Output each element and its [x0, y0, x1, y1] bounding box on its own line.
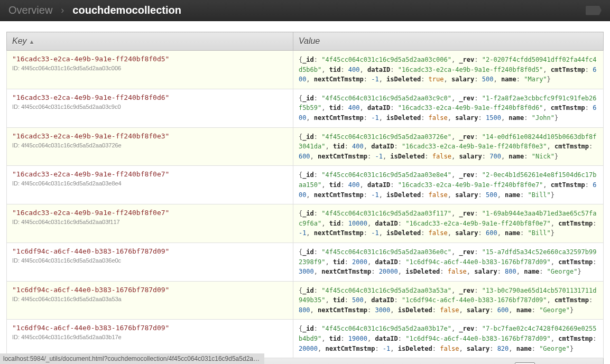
document-value: {_id: "4f45cc064c031c16c9d5a5d2aa03c006"…: [299, 55, 598, 85]
breadcrumb-overview[interactable]: Overview: [8, 4, 52, 16]
document-value: {_id: "4f45cc064c031c16c9d5a5d2aa03e8e4"…: [299, 170, 598, 200]
document-value: {_id: "4f45cc064c031c16c9d5a5d2aa03f117"…: [299, 209, 598, 238]
status-bar: localhost:5984/_utils/document.html?couc…: [0, 353, 264, 364]
document-id: ID: 4f45cc064c031c16c9d5a5d2aa036e0c: [12, 257, 288, 264]
document-key-link[interactable]: "16cadc33-e2ca-4e9b-9a1e-ff240bf8f0e7": [12, 209, 288, 217]
table-row[interactable]: "16cadc33-e2ca-4e9b-9a1e-ff240bf8f0d6"ID…: [7, 89, 604, 127]
document-id: ID: 4f45cc064c031c16c9d5a5d2aa03726e: [12, 142, 288, 148]
table-row[interactable]: "1c6df94c-a6cf-44e0-b383-1676bf787d09"ID…: [7, 281, 604, 320]
breadcrumb: Overview › couchdemocollection: [0, 0, 610, 21]
document-id: ID: 4f45cc064c031c16c9d5a5d2aa03b17e: [12, 334, 288, 340]
breadcrumb-current: couchdemocollection: [72, 4, 181, 16]
sort-asc-icon: ▲: [29, 39, 35, 45]
column-header-value[interactable]: Value: [293, 32, 603, 51]
table-row[interactable]: "1c6df94c-a6cf-44e0-b383-1676bf787d09"ID…: [7, 320, 604, 358]
document-id: ID: 4f45cc064c031c16c9d5a5d2aa03a53a: [12, 296, 288, 302]
document-id: ID: 4f45cc064c031c16c9d5a5d2aa03c006: [12, 65, 288, 71]
document-key-link[interactable]: "1c6df94c-a6cf-44e0-b383-1676bf787d09": [12, 247, 288, 255]
table-row[interactable]: "16cadc33-e2ca-4e9b-9a1e-ff240bf8f0e7"ID…: [7, 204, 604, 243]
document-key-link[interactable]: "16cadc33-e2ca-4e9b-9a1e-ff240bf8f0e7": [12, 170, 288, 178]
chevron-right-icon: ›: [61, 5, 64, 16]
table-row[interactable]: "16cadc33-e2ca-4e9b-9a1e-ff240bf8f0d5"ID…: [7, 51, 604, 89]
table-row[interactable]: "1c6df94c-a6cf-44e0-b383-1676bf787d09"ID…: [7, 242, 604, 281]
document-key-link[interactable]: "16cadc33-e2ca-4e9b-9a1e-ff240bf8f0e3": [12, 132, 288, 140]
document-value: {_id: "4f45cc064c031c16c9d5a5d2aa03726e"…: [299, 132, 598, 162]
documents-table: Key▲ Value "16cadc33-e2ca-4e9b-9a1e-ff24…: [6, 32, 604, 358]
document-key-link[interactable]: "16cadc33-e2ca-4e9b-9a1e-ff240bf8f0d5": [12, 55, 288, 63]
document-key-link[interactable]: "1c6df94c-a6cf-44e0-b383-1676bf787d09": [12, 286, 288, 294]
document-id: ID: 4f45cc064c031c16c9d5a5d2aa03c9c0: [12, 104, 288, 110]
document-key-link[interactable]: "1c6df94c-a6cf-44e0-b383-1676bf787d09": [12, 324, 288, 332]
document-key-link[interactable]: "16cadc33-e2ca-4e9b-9a1e-ff240bf8f0d6": [12, 94, 288, 101]
document-id: ID: 4f45cc064c031c16c9d5a5d2aa03e8e4: [12, 180, 288, 186]
tag-icon[interactable]: [586, 6, 602, 15]
table-row[interactable]: "16cadc33-e2ca-4e9b-9a1e-ff240bf8f0e3"ID…: [7, 127, 604, 166]
table-row[interactable]: "16cadc33-e2ca-4e9b-9a1e-ff240bf8f0e7"ID…: [7, 166, 604, 204]
document-value: {_id: "4f45cc064c031c16c9d5a5d2aa03c9c0"…: [299, 94, 598, 123]
document-id: ID: 4f45cc064c031c16c9d5a5d2aa03f117: [12, 219, 288, 225]
document-value: {_id: "4f45cc064c031c16c9d5a5d2aa036e0c"…: [299, 247, 598, 277]
column-header-key[interactable]: Key▲: [7, 32, 293, 51]
document-value: {_id: "4f45cc064c031c16c9d5a5d2aa03a53a"…: [299, 286, 598, 315]
document-value: {_id: "4f45cc064c031c16c9d5a5d2aa03b17e"…: [299, 324, 598, 353]
